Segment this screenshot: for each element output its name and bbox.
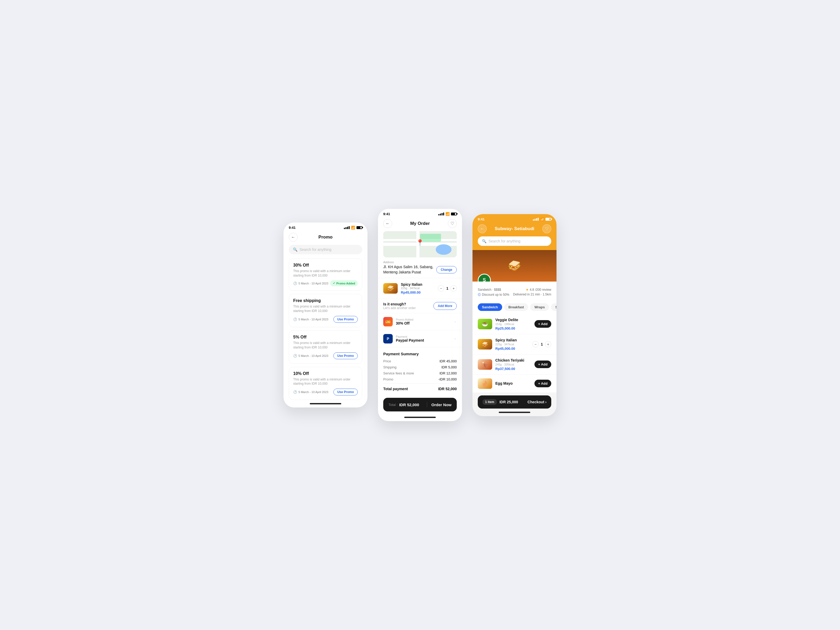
restaurant-offers: Ⓒ Discount up to 50% Delivered in 21 min… xyxy=(478,293,551,297)
promo-desc-3: This promo is valid with a minimum order… xyxy=(293,341,358,350)
delivery-info: Delivered in 21 min · 1.5km xyxy=(513,293,551,297)
screens-container: 9:41 📶 ← Promo 🔍 Search for anything xyxy=(284,209,556,421)
restaurant-screen: 9:41 📶 ← Subway- Setiabudi ♡ xyxy=(472,214,556,416)
ps-row-price: Price IDR 45,000 xyxy=(383,359,457,363)
page-title-left: Promo xyxy=(318,235,333,240)
ps-value-promo: -IDR 10,000 xyxy=(438,377,457,381)
promo-added-badge: ✓ Promo Added xyxy=(330,280,358,286)
order-item-spicy: 🥪 Spicy Italian 225g · 347kcal Rp45,000.… xyxy=(378,278,462,299)
address-label: Address xyxy=(383,261,457,264)
menu-item-sub-spicy: 225g · 347kcal xyxy=(495,343,529,346)
ps-row-service: Service fees & more IDR 12,000 xyxy=(383,371,457,375)
discount-badge: Ⓒ Discount up to 50% xyxy=(478,293,509,297)
menu-item-name-veggie: Veggie Delite xyxy=(495,318,531,322)
order-item-image: 🥪 xyxy=(383,283,398,294)
search-placeholder-right: Search for anything xyxy=(488,239,520,243)
search-bar-right[interactable]: 🔍 Search for anything xyxy=(478,236,551,246)
promo-card-2: Free shipping This promo is valid with a… xyxy=(289,294,362,327)
qty-decrease-btn[interactable]: − xyxy=(438,285,444,291)
ps-label-price: Price xyxy=(383,359,391,363)
menu-item-price-spicy: Rp45,000.00 xyxy=(495,346,529,351)
header-mid: ← My Order ♡ xyxy=(378,217,462,231)
tab-breakfast[interactable]: Breakfast xyxy=(504,303,528,311)
qty-control: − 1 + xyxy=(438,285,457,291)
menu-item-veggie: 🥗 Veggie Delite 153g · 198kcal Rp25,000.… xyxy=(472,314,556,334)
qty-value: 1 xyxy=(446,286,448,290)
menu-item-sub-veggie: 153g · 198kcal xyxy=(495,323,531,326)
rating-value: 4.8 xyxy=(530,288,534,291)
add-more-button[interactable]: Add More xyxy=(433,302,457,310)
add-chicken-button[interactable]: + Add xyxy=(534,361,551,368)
ps-value-price: IDR 45,000 xyxy=(439,359,457,363)
use-promo-btn-4[interactable]: Use Promo xyxy=(333,389,358,395)
tab-sandwich[interactable]: Sandwich xyxy=(478,303,502,311)
search-bar-left[interactable]: 🔍 Search for anything xyxy=(289,245,362,254)
promo-footer-2: 🕐 5 March - 10 April 2023 Use Promo xyxy=(293,316,358,323)
signal-icon-right xyxy=(533,218,538,220)
back-button-left[interactable]: ← xyxy=(289,233,298,242)
menu-item-info-egg: Egg Mayo xyxy=(495,381,531,386)
discount-icon: Ⓒ xyxy=(478,293,481,297)
search-icon-left: 🔍 xyxy=(293,247,297,252)
favorite-button-mid[interactable]: ♡ xyxy=(448,219,457,228)
wifi-icon-right: 📶 xyxy=(540,217,544,221)
search-placeholder-left: Search for anything xyxy=(300,247,331,252)
arrow-icon-payment: → xyxy=(453,337,457,341)
promo-card-3: 5% Off This promo is valid with a minimu… xyxy=(289,330,362,364)
back-button-mid[interactable]: ← xyxy=(383,219,392,228)
status-bar-right: 9:41 📶 xyxy=(472,214,556,222)
arrow-icon-promo: → xyxy=(453,320,457,324)
qty-decrease-btn-spicy[interactable]: − xyxy=(532,341,538,347)
favorite-button-right[interactable]: ♡ xyxy=(542,224,551,233)
promo-row-info: Promo Added 30% Off xyxy=(396,318,450,325)
promo-date-3: 🕐 5 March - 10 April 2023 xyxy=(293,354,328,358)
status-icons-mid: 📶 xyxy=(438,212,457,216)
restaurant-info: Sandwich · $$$$ ★ 4.8 /200 review Ⓒ Disc… xyxy=(472,282,556,300)
promo-date-2: 🕐 5 March - 10 April 2023 xyxy=(293,318,328,321)
add-egg-button[interactable]: + Add xyxy=(534,380,551,387)
checkout-button[interactable]: Checkout › xyxy=(527,400,546,404)
ps-row-promo: Promo -IDR 10,000 xyxy=(383,377,457,381)
order-now-bar[interactable]: Total : IDR 52,000 Order Now xyxy=(383,398,457,411)
clock-icon-4: 🕐 xyxy=(293,390,297,394)
tab-wraps[interactable]: Wraps xyxy=(530,303,549,311)
use-promo-btn-3[interactable]: Use Promo xyxy=(333,353,358,359)
tab-salads[interactable]: Salads xyxy=(551,303,556,311)
qty-increase-btn[interactable]: + xyxy=(450,285,457,291)
promo-row-label: Promo Added xyxy=(396,318,450,321)
change-address-button[interactable]: Change xyxy=(436,266,457,273)
menu-item-info-spicy: Spicy Italian 225g · 347kcal Rp45,000.00 xyxy=(495,338,529,351)
promo-icon: 🎫 xyxy=(383,317,393,326)
map-water xyxy=(436,244,452,255)
page-title-right: Subway- Setiabudi xyxy=(494,226,534,232)
payment-row[interactable]: P Payment Paypal Payment → xyxy=(378,330,462,347)
checkout-bar[interactable]: 1 item IDR 25,000 Checkout › xyxy=(478,395,551,408)
menu-item-image-veggie: 🥗 xyxy=(478,319,492,329)
header-right: ← Subway- Setiabudi ♡ xyxy=(472,222,556,236)
checkout-item-count: 1 item xyxy=(483,399,497,405)
time-mid: 9:41 xyxy=(383,212,390,216)
check-icon: ✓ xyxy=(333,282,335,285)
menu-item-image-chicken: 🍗 xyxy=(478,359,492,370)
home-indicator-mid xyxy=(404,417,436,418)
back-button-right[interactable]: ← xyxy=(478,224,487,233)
promo-desc-2: This promo is valid with a minimum order… xyxy=(293,304,358,313)
promo-title-1: 30% Off xyxy=(293,263,358,268)
promo-row[interactable]: 🎫 Promo Added 30% Off → xyxy=(378,313,462,330)
qty-increase-btn-spicy[interactable]: + xyxy=(545,341,551,347)
promo-card-4: 10% Off This promo is valid with a minim… xyxy=(289,367,362,400)
add-veggie-button[interactable]: + Add xyxy=(534,320,551,328)
promo-footer-4: 🕐 5 March - 10 April 2023 Use Promo xyxy=(293,389,358,395)
use-promo-btn-2[interactable]: Use Promo xyxy=(333,316,358,323)
wifi-icon-mid: 📶 xyxy=(445,212,450,216)
promo-date-4: 🕐 5 March - 10 April 2023 xyxy=(293,390,328,394)
enough-title: Is it enough? xyxy=(383,302,416,306)
status-bar-mid: 9:41 📶 xyxy=(378,209,462,217)
signal-icon-left xyxy=(344,226,350,229)
status-bar-left: 9:41 📶 xyxy=(284,222,368,231)
ps-total-value: IDR 52,000 xyxy=(438,387,457,391)
order-item-name: Spicy Italian xyxy=(401,282,435,287)
discount-text: Discount up to 50% xyxy=(482,293,509,296)
status-icons-left: 📶 xyxy=(344,226,362,230)
promo-title-4: 10% Off xyxy=(293,371,358,376)
